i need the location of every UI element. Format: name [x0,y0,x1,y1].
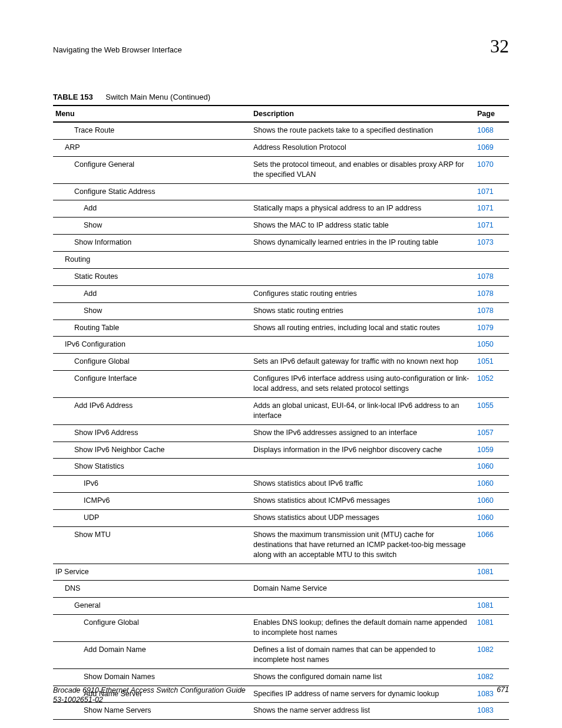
description-cell: Sets the protocol timeout, and enables o… [251,156,475,183]
page-link[interactable]: 1070 [477,160,494,169]
table-title: Switch Main Menu (Continued) [105,93,210,101]
table-row: Configure GlobalSets an IPv6 default gat… [53,354,509,371]
page-cell: 1081 [475,564,509,581]
page-link[interactable]: 1050 [477,340,494,348]
table-row: Routing TableShows all routing entries, … [53,319,509,337]
menu-cell: Show IPv6 Neighbor Cache [53,442,251,459]
table-row: AddStatically maps a physical address to… [53,200,509,218]
table-row: Routing [53,252,509,269]
page-link[interactable]: 1060 [477,513,494,522]
page-link[interactable]: 1057 [477,429,494,437]
description-cell: Show the IPv6 addresses assigned to an i… [251,424,475,442]
description-cell [251,268,475,285]
page-link[interactable]: 1055 [477,401,494,410]
menu-cell: IP Service [53,564,251,581]
page-link[interactable]: 1071 [477,187,494,196]
menu-cell: Routing [53,252,251,269]
menu-cell: Add IPv6 Address [53,397,251,424]
page-cell: 1066 [475,526,509,564]
menu-cell: Show Name Servers [53,703,251,720]
page-link[interactable]: 1073 [477,238,494,246]
menu-cell: Static Routes [53,268,251,285]
menu-cell: General [53,598,251,615]
page-cell: 1081 [475,615,509,642]
menu-cell: Routing Table [53,319,251,337]
page-cell: 1068 [475,122,509,139]
table-caption: TABLE 153 Switch Main Menu (Continued) [53,93,509,106]
page-link[interactable]: 1060 [477,462,494,470]
menu-cell: Show [53,302,251,319]
page-cell: 1050 [475,337,509,354]
page-link[interactable]: 1079 [477,324,494,332]
page-link[interactable]: 1081 [477,618,494,627]
page-header: Navigating the Web Browser Interface 32 [53,35,509,57]
page-link[interactable]: 1060 [477,479,494,487]
page-link[interactable]: 1081 [477,601,494,610]
page-cell: 1060 [475,476,509,493]
table-row: Static Routes1078 [53,268,509,285]
table-row: ShowShows static routing entries1078 [53,302,509,319]
page-link[interactable]: 1068 [477,126,494,134]
table-row: ShowShows the MAC to IP address static t… [53,218,509,235]
page-link[interactable]: 1052 [477,374,494,383]
menu-cell: Add Domain Name [53,641,251,668]
page-cell: 1078 [475,285,509,302]
table-row: Configure InterfaceConfigures IPv6 inter… [53,371,509,398]
table-row: UDPShows statistics about UDP messages10… [53,510,509,527]
page-cell: 1083 [475,703,509,720]
table-row: Configure GeneralSets the protocol timeo… [53,156,509,183]
menu-cell: Add [53,200,251,218]
description-cell: Domain Name Service [251,581,475,598]
menu-cell: ICMPv6 [53,493,251,510]
page-link[interactable]: 1051 [477,357,494,365]
menu-cell: Configure Global [53,615,251,642]
table-row: Trace RouteShows the route packets take … [53,122,509,139]
page-cell: 1060 [475,493,509,510]
table-row: ARPAddress Resolution Protocol1069 [53,139,509,156]
page-link[interactable]: 1081 [477,568,494,576]
description-cell [251,337,475,354]
page-link[interactable]: 1078 [477,307,494,315]
page-link[interactable]: 1066 [477,531,494,539]
page-cell: 1059 [475,442,509,459]
page-link[interactable]: 1071 [477,221,494,229]
page-cell [475,581,509,598]
page-link[interactable]: 1083 [477,706,494,714]
page-link[interactable]: 1059 [477,446,494,454]
page-link[interactable]: 1078 [477,289,494,298]
page-link[interactable]: 1060 [477,496,494,505]
page-cell: 1078 [475,268,509,285]
description-cell [251,564,475,581]
menu-cell: Show Statistics [53,459,251,476]
table-row: Show Domain NamesShows the configured do… [53,668,509,686]
page-cell: 1073 [475,235,509,252]
description-cell: Shows statistics about UDP messages [251,510,475,527]
table-row: Configure Static Address1071 [53,183,509,200]
menu-cell: Configure Static Address [53,183,251,200]
menu-cell: Configure Interface [53,371,251,398]
page-cell: 1082 [475,641,509,668]
menu-cell: Show Domain Names [53,668,251,686]
header-title: Navigating the Web Browser Interface [53,45,182,54]
description-cell: Configures static routing entries [251,285,475,302]
page-link[interactable]: 1082 [477,645,494,654]
description-cell [251,598,475,615]
page-cell: 1055 [475,397,509,424]
page-link[interactable]: 1069 [477,143,494,151]
page-cell: 1051 [475,354,509,371]
description-cell: Configures IPv6 interface address using … [251,371,475,398]
footer-guide: Brocade 6910 Ethernet Access Switch Conf… [53,686,246,695]
description-cell: Sets an IPv6 default gateway for traffic… [251,354,475,371]
page-cell: 1081 [475,598,509,615]
col-header-menu: Menu [53,106,251,122]
page-link[interactable]: 1082 [477,673,494,681]
menu-table: Menu Description Page Trace RouteShows t… [53,106,509,720]
page-cell: 1071 [475,218,509,235]
description-cell: Shows the configured domain name list [251,668,475,686]
page-link[interactable]: 1071 [477,204,494,212]
page-link[interactable]: 1078 [477,272,494,281]
table-row: Add IPv6 AddressAdds an global unicast, … [53,397,509,424]
description-cell: Enables DNS lookup; defines the default … [251,615,475,642]
description-cell: Shows the MAC to IP address static table [251,218,475,235]
menu-cell: ARP [53,139,251,156]
